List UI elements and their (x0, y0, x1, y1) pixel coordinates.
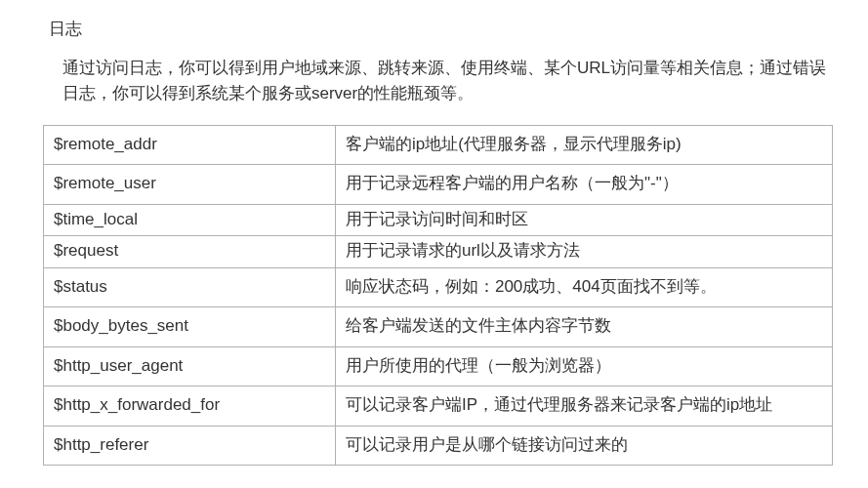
var-cell: $status (44, 267, 336, 307)
table-row: $http_x_forwarded_for 可以记录客户端IP，通过代理服务器来… (44, 386, 833, 427)
var-cell: $remote_user (44, 165, 336, 205)
table-row: $status 响应状态码，例如：200成功、404页面找不到等。 (44, 267, 833, 307)
var-cell: $http_x_forwarded_for (44, 386, 336, 427)
desc-cell: 给客户端发送的文件主体内容字节数 (335, 307, 832, 347)
desc-cell: 用于记录远程客户端的用户名称（一般为"-"） (335, 165, 832, 205)
desc-cell: 用于记录访问时间和时区 (335, 204, 832, 236)
table-row: $remote_user 用于记录远程客户端的用户名称（一般为"-"） (44, 165, 833, 205)
table-row: $request 用于记录请求的url以及请求方法 (44, 236, 833, 268)
intro-paragraph: 通过访问日志，你可以得到用户地域来源、跳转来源、使用终端、某个URL访问量等相关… (62, 56, 839, 107)
desc-cell: 用户所使用的代理（一般为浏览器） (335, 346, 832, 386)
desc-cell: 可以记录用户是从哪个链接访问过来的 (335, 426, 832, 466)
var-cell: $time_local (44, 204, 336, 236)
table-row: $time_local 用于记录访问时间和时区 (44, 204, 833, 236)
table-row: $http_user_agent 用户所使用的代理（一般为浏览器） (44, 346, 833, 386)
var-cell: $body_bytes_sent (44, 307, 336, 347)
var-cell: $http_referer (44, 426, 336, 466)
table-row: $body_bytes_sent 给客户端发送的文件主体内容字节数 (44, 307, 833, 347)
desc-cell: 响应状态码，例如：200成功、404页面找不到等。 (335, 267, 832, 307)
log-vars-table: $remote_addr 客户端的ip地址(代理服务器，显示代理服务ip) $r… (43, 125, 833, 467)
table-row: $remote_addr 客户端的ip地址(代理服务器，显示代理服务ip) (44, 125, 833, 165)
desc-cell: 可以记录客户端IP，通过代理服务器来记录客户端的ip地址 (335, 386, 832, 427)
page-title: 日志 (49, 18, 839, 40)
desc-cell: 用于记录请求的url以及请求方法 (335, 236, 832, 268)
var-cell: $http_user_agent (44, 346, 336, 386)
document-content: 日志 通过访问日志，你可以得到用户地域来源、跳转来源、使用终端、某个URL访问量… (0, 18, 868, 466)
table-row: $http_referer 可以记录用户是从哪个链接访问过来的 (44, 426, 833, 466)
var-cell: $request (44, 236, 336, 268)
desc-cell: 客户端的ip地址(代理服务器，显示代理服务ip) (335, 125, 832, 165)
var-cell: $remote_addr (44, 125, 336, 165)
